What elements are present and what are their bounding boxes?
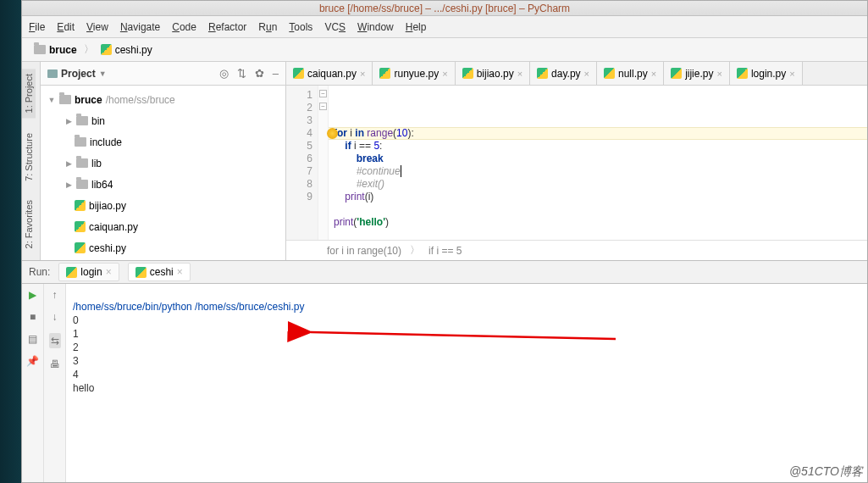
- run-tab-ceshi[interactable]: ceshi×: [128, 263, 191, 281]
- menu-run[interactable]: Run: [258, 21, 277, 33]
- close-icon[interactable]: ×: [177, 266, 183, 278]
- tree-project-root[interactable]: ▼ bruce /home/ss/bruce: [41, 89, 285, 110]
- folder-icon: [75, 137, 86, 147]
- svg-line-0: [311, 332, 616, 339]
- editor-tab[interactable]: login.py×: [730, 62, 803, 85]
- close-icon[interactable]: ×: [651, 69, 656, 79]
- chevron-right-icon: 〉: [82, 42, 96, 57]
- menu-refactor[interactable]: Refactor: [208, 21, 246, 33]
- folder-icon: [76, 158, 88, 168]
- close-icon[interactable]: ×: [442, 69, 447, 79]
- editor-tab[interactable]: jijie.py×: [664, 62, 730, 85]
- menu-code[interactable]: Code: [172, 21, 196, 33]
- menu-file[interactable]: File: [29, 21, 45, 33]
- stop-icon[interactable]: ■: [30, 311, 36, 323]
- chevron-down-icon[interactable]: ▼: [99, 69, 107, 78]
- caret-right-icon[interactable]: ▶: [64, 180, 73, 189]
- wrap-icon[interactable]: ⇆: [49, 333, 61, 348]
- editor-tab[interactable]: null.py×: [597, 62, 664, 85]
- python-file-icon: [604, 68, 615, 79]
- python-file-icon: [671, 68, 682, 79]
- menu-help[interactable]: Help: [406, 21, 427, 33]
- run-label: Run:: [29, 266, 50, 278]
- close-icon[interactable]: ×: [517, 69, 522, 79]
- caret-down-icon[interactable]: ▼: [47, 96, 56, 104]
- main-area: 1: Project 7: Structure 2: Favorites Pro…: [22, 62, 867, 260]
- layout-icon[interactable]: ▤: [28, 333, 37, 345]
- run-tab-login[interactable]: login×: [58, 263, 119, 281]
- menu-window[interactable]: Window: [357, 21, 394, 33]
- editor-tab[interactable]: runyue.py×: [373, 62, 455, 85]
- caret-right-icon[interactable]: ▶: [64, 159, 73, 168]
- tree-file[interactable]: ceshi.py: [41, 237, 285, 258]
- tree-dir-bin[interactable]: ▶bin: [41, 110, 285, 131]
- up-icon[interactable]: ↑: [53, 289, 58, 301]
- python-file-icon: [66, 267, 77, 278]
- tree-dir-lib64[interactable]: ▶lib64: [41, 174, 285, 195]
- close-icon[interactable]: ×: [716, 69, 721, 79]
- folder-icon: [34, 45, 46, 54]
- menu-bar: File Edit View Navigate Code Refactor Ru…: [22, 16, 867, 38]
- menu-view[interactable]: View: [86, 21, 108, 33]
- close-icon[interactable]: ×: [584, 69, 589, 79]
- folder-icon: [76, 116, 88, 125]
- project-sidebar: Project ▼ ◎ ⇅ ✿ – ▼ bruce /home/ss/bruce…: [41, 62, 286, 260]
- python-file-icon: [75, 221, 86, 232]
- python-file-icon: [75, 200, 86, 211]
- code-text[interactable]: for i in range(10): if i == 5: break #co…: [329, 86, 867, 240]
- rerun-icon[interactable]: ▶: [29, 289, 36, 301]
- pin-icon[interactable]: 📌: [26, 355, 39, 367]
- down-icon[interactable]: ↓: [53, 311, 58, 323]
- run-controls-col1: ▶ ■ ▤ 📌: [22, 284, 44, 482]
- toolwindow-tab-project[interactable]: 1: Project: [22, 69, 36, 118]
- sidebar-collapse-icon[interactable]: ⇅: [237, 67, 246, 80]
- toolwindow-tab-favorites[interactable]: 2: Favorites: [22, 195, 36, 253]
- watermark: @51CTO博客: [789, 464, 863, 480]
- caret-right-icon[interactable]: ▶: [64, 117, 73, 125]
- code-area[interactable]: 123456789 − − for i in range(10): if i =…: [286, 86, 867, 240]
- desktop-left-edge: [0, 0, 21, 483]
- print-icon[interactable]: 🖶: [50, 358, 60, 370]
- menu-tools[interactable]: Tools: [289, 21, 312, 33]
- menu-navigate[interactable]: Navigate: [120, 21, 160, 33]
- line-gutter: 123456789: [286, 86, 318, 240]
- console-command: /home/ss/bruce/bin/python /home/ss/bruce…: [73, 301, 304, 313]
- menu-vcs[interactable]: VCS: [324, 21, 346, 33]
- close-icon[interactable]: ×: [360, 69, 365, 79]
- close-icon[interactable]: ×: [789, 69, 794, 79]
- sidebar-title[interactable]: Project: [61, 68, 96, 80]
- close-icon[interactable]: ×: [106, 266, 112, 278]
- python-file-icon: [737, 68, 748, 79]
- sidebar-header: Project ▼ ◎ ⇅ ✿ –: [41, 62, 285, 86]
- python-file-icon: [537, 68, 548, 79]
- editor-tab[interactable]: bijiao.py×: [456, 62, 530, 85]
- editor-panel: caiquan.py× runyue.py× bijiao.py× day.py…: [286, 62, 867, 260]
- left-tool-strip: 1: Project 7: Structure 2: Favorites: [22, 62, 41, 260]
- python-file-icon: [462, 68, 473, 79]
- editor-tabs: caiquan.py× runyue.py× bijiao.py× day.py…: [286, 62, 867, 86]
- menu-edit[interactable]: Edit: [57, 21, 75, 33]
- fold-marker-icon[interactable]: −: [319, 103, 327, 110]
- sidebar-target-icon[interactable]: ◎: [219, 67, 229, 80]
- folder-icon: [76, 180, 88, 189]
- fold-column[interactable]: − −: [318, 86, 329, 240]
- console-output[interactable]: /home/ss/bruce/bin/python /home/ss/bruce…: [66, 284, 867, 482]
- project-tree[interactable]: ▼ bruce /home/ss/bruce ▶bin include ▶lib…: [41, 86, 285, 260]
- project-view-icon: [47, 69, 58, 78]
- folder-icon: [59, 95, 71, 104]
- editor-tab[interactable]: day.py×: [530, 62, 597, 85]
- python-file-icon: [293, 68, 304, 79]
- tree-dir-include[interactable]: include: [41, 131, 285, 153]
- toolwindow-tab-structure[interactable]: 7: Structure: [22, 128, 36, 186]
- breadcrumb-root[interactable]: bruce: [29, 44, 82, 56]
- tree-file[interactable]: caiquan.py: [41, 216, 285, 237]
- editor-tab[interactable]: caiquan.py×: [286, 62, 373, 85]
- intention-bulb-icon[interactable]: [327, 128, 338, 139]
- fold-marker-icon[interactable]: −: [319, 90, 327, 97]
- tree-dir-lib[interactable]: ▶lib: [41, 153, 285, 174]
- breadcrumb-file[interactable]: ceshi.py: [96, 44, 158, 56]
- python-file-icon: [379, 68, 390, 79]
- sidebar-hide-icon[interactable]: –: [273, 67, 279, 80]
- tree-file[interactable]: bijiao.py: [41, 195, 285, 216]
- sidebar-settings-icon[interactable]: ✿: [255, 67, 264, 80]
